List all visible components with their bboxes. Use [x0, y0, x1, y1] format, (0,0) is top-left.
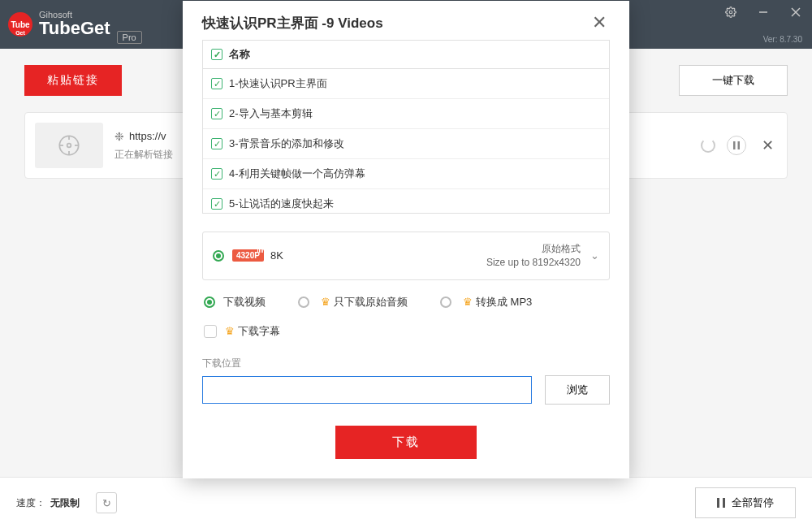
dialog-close-icon[interactable]: ✕ [589, 12, 610, 33]
item-checkbox[interactable] [211, 168, 222, 180]
download-button[interactable]: 下载 [335, 426, 477, 459]
crown-icon: ♛ [225, 325, 235, 337]
select-all-checkbox[interactable] [211, 49, 222, 60]
radio-icon[interactable] [440, 296, 451, 308]
download-location-input[interactable] [202, 376, 532, 404]
download-dialog: 快速认识PR主界面 -9 Videos ✕ 名称 1-快速认识PR主界面 2-导… [183, 1, 629, 478]
list-item[interactable]: 2-导入与基本剪辑 [203, 99, 609, 129]
crown-icon: ♛ [463, 296, 473, 308]
list-header[interactable]: 名称 [202, 40, 610, 69]
name-column-label: 名称 [229, 47, 250, 62]
item-checkbox[interactable] [211, 78, 222, 89]
download-video-option[interactable]: 下载视频 [204, 295, 266, 309]
subtitle-checkbox[interactable] [204, 325, 217, 338]
list-item[interactable]: 5-让说话的速度快起来 [203, 189, 609, 214]
quality-meta: 原始格式 Size up to 8192x4320 [486, 242, 581, 270]
resolution-badge: 4320P [232, 249, 264, 262]
convert-mp3-option[interactable]: ♛转换成 MP3 [440, 295, 532, 309]
list-item[interactable]: 4-利用关键帧做一个高仿弹幕 [203, 159, 609, 189]
quality-selector[interactable]: 4320P 8K 原始格式 Size up to 8192x4320 ⌄ [202, 232, 610, 280]
location-label: 下载位置 [202, 357, 610, 370]
radio-icon[interactable] [204, 296, 215, 308]
quality-label: 8K [270, 249, 283, 262]
list-item[interactable]: 1-快速认识PR主界面 [203, 69, 609, 99]
radio-icon[interactable] [298, 296, 309, 308]
list-item[interactable]: 3-背景音乐的添加和修改 [203, 129, 609, 159]
chevron-down-icon[interactable]: ⌄ [590, 249, 599, 262]
audio-only-option[interactable]: ♛只下载原始音频 [298, 295, 408, 309]
quality-radio[interactable] [213, 250, 224, 262]
video-list[interactable]: 1-快速认识PR主界面 2-导入与基本剪辑 3-背景音乐的添加和修改 4-利用关… [202, 69, 610, 214]
browse-button[interactable]: 浏览 [545, 375, 610, 405]
modal-overlay: 快速认识PR主界面 -9 Videos ✕ 名称 1-快速认识PR主界面 2-导… [0, 0, 812, 528]
item-checkbox[interactable] [211, 108, 222, 119]
subtitle-option[interactable]: ♛ 下载字幕 [204, 324, 608, 339]
item-checkbox[interactable] [211, 198, 222, 210]
item-checkbox[interactable] [211, 138, 222, 149]
dialog-title: 快速认识PR主界面 -9 Videos [202, 14, 383, 32]
crown-icon: ♛ [321, 296, 330, 308]
